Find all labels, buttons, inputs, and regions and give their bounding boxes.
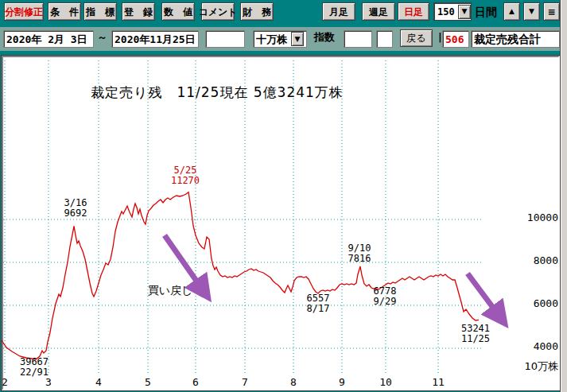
x-tick-label: 10 (374, 376, 398, 388)
menu-button[interactable]: ≡ (543, 2, 560, 21)
x-tick-label: 2 (0, 376, 17, 388)
chart-annotation-2: 5/2511270 (138, 165, 233, 186)
scroll-down-button[interactable]: ▼ (523, 2, 540, 21)
toolbar-button-2[interactable]: 条 件 (48, 2, 81, 21)
empty-field-3[interactable] (376, 30, 393, 48)
toolbar-button-7[interactable]: 財 務 (240, 2, 274, 21)
y-axis-unit-label: 10万株 (511, 359, 558, 374)
x-tick-label: 11 (426, 376, 450, 388)
code-value: 506 (445, 34, 464, 45)
x-tick-label: 3 (37, 376, 60, 388)
period-button-1[interactable]: 月足 (322, 2, 355, 21)
empty-field-2[interactable] (344, 30, 372, 48)
span-dropdown[interactable]: 150 ▼ (433, 2, 472, 21)
chevron-down-icon[interactable]: ▼ (291, 32, 304, 46)
unit-select[interactable]: 十万株 ▼ (253, 30, 307, 48)
period-button-3[interactable]: 日足 (398, 2, 429, 21)
range-separator: ～ (97, 32, 107, 42)
arrow-down-icon: ▼ (529, 8, 534, 15)
date-from-value: 2020年 2月 3日 (6, 34, 87, 45)
series-title-field[interactable]: 裁定売残合計 (471, 30, 560, 48)
span-unit-label: 日間 (475, 6, 497, 17)
x-tick-label: 5 (136, 376, 160, 388)
chart-annotation-1: 3/169692 (28, 198, 123, 219)
unit-value: 十万株 (256, 34, 287, 45)
back-button-label: 戻る (406, 33, 425, 43)
chart-title: 裁定売り残 11/25現在 5億3241万株 (91, 83, 344, 102)
x-tick-label: 9 (330, 376, 354, 388)
x-tick-label: 7 (233, 376, 257, 388)
window-right-border[interactable] (560, 0, 567, 392)
x-tick-label: 6 (184, 376, 208, 388)
x-tick-label: 4 (87, 376, 111, 388)
chart-annotation-6: 5324111/25 (428, 324, 523, 344)
x-tick-label: 8 (282, 376, 305, 388)
chart-annotation-3: 9/107816 (312, 243, 407, 264)
chart-annotation-8: 買い戻し (122, 285, 218, 296)
scroll-up-button[interactable]: ▲ (503, 2, 520, 21)
period-button-2[interactable]: 週足 (362, 2, 395, 21)
toolbar-button-5[interactable]: 数 値 (161, 2, 195, 21)
y-tick-label: 8000 (511, 254, 558, 266)
chevron-down-icon[interactable]: ▼ (458, 5, 471, 19)
arrow-up-icon: ▲ (509, 8, 515, 15)
index-label: 指数 (314, 32, 335, 42)
toolbar-button-6[interactable]: コメント (201, 2, 235, 21)
chart-annotation-7: 3966722/91 (0, 357, 82, 378)
date-to-value: 2020年11月25日 (115, 34, 196, 45)
hamburger-icon: ≡ (547, 7, 555, 17)
series-title-value: 裁定売残合計 (474, 33, 541, 45)
date-from-field[interactable]: 2020年 2月 3日 (3, 30, 94, 48)
code-field[interactable]: 506 (442, 30, 469, 48)
span-value: 150 (437, 7, 455, 17)
y-tick-label: 6000 (511, 297, 558, 309)
toolbar-button-4[interactable]: 登 録 (122, 2, 155, 21)
y-tick-label: 10000 (511, 212, 558, 223)
chart-annotation-5: 67789/29 (337, 286, 433, 307)
toolbar-button-1[interactable]: 分割修正 (4, 2, 44, 21)
y-tick-label: 4000 (511, 340, 558, 352)
date-to-field[interactable]: 2020年11月25日 (111, 30, 199, 48)
toolbar-button-3[interactable]: 指 標 (83, 2, 117, 21)
back-button[interactable]: 戻る (400, 29, 433, 47)
empty-field-1[interactable] (205, 30, 245, 48)
chart-app-window: { "toolbar": { "left_buttons": [ {"label… (0, 0, 567, 392)
